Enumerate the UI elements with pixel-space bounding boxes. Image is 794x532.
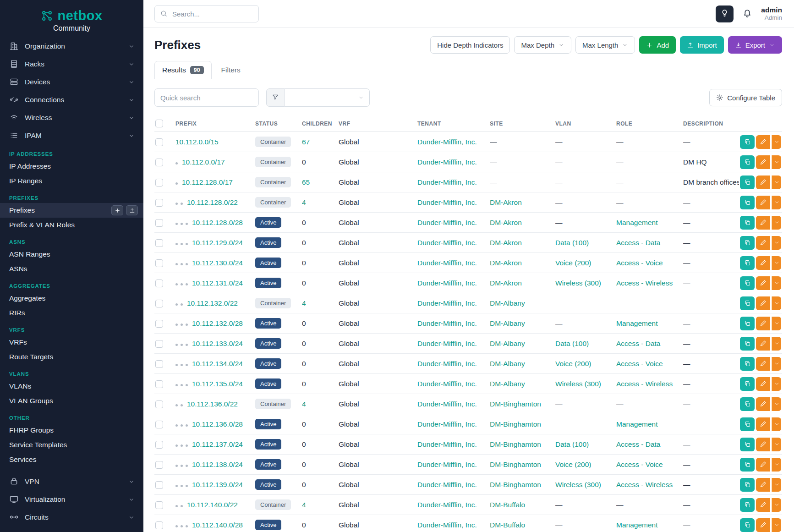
column-header-prefix[interactable]: PREFIX [175, 115, 255, 132]
sidebar-item-ipam[interactable]: IPAM [0, 126, 143, 144]
clone-button[interactable] [740, 438, 755, 451]
site-link[interactable]: DM-Binghamton [490, 475, 555, 495]
edit-dropdown-button[interactable] [772, 135, 781, 149]
role-link[interactable]: Access - Wireless [616, 374, 683, 394]
clone-button[interactable] [740, 478, 755, 492]
sidebar-item-vrfs[interactable]: VRFs [0, 335, 143, 350]
edit-button[interactable] [756, 478, 770, 492]
sidebar-item-vlan-groups[interactable]: VLAN Groups [0, 394, 143, 408]
row-checkbox[interactable] [155, 380, 163, 388]
quick-search-input[interactable] [154, 88, 259, 107]
site-link[interactable]: DM-Akron [490, 192, 555, 213]
theme-toggle-button[interactable] [716, 5, 734, 22]
sidebar-item-vlans[interactable]: VLANs [0, 379, 143, 394]
clone-button[interactable] [740, 357, 755, 371]
vlan-link[interactable]: Data (100) [555, 434, 616, 455]
edit-dropdown-button[interactable] [772, 438, 781, 451]
row-checkbox[interactable] [155, 300, 163, 307]
site-link[interactable]: DM-Albany [490, 293, 555, 313]
column-header-description[interactable]: DESCRIPTION [683, 115, 739, 132]
site-link[interactable]: DM-Buffalo [490, 515, 555, 532]
row-checkbox[interactable] [155, 421, 163, 428]
sidebar-item-connections[interactable]: Connections [0, 91, 143, 109]
site-link[interactable]: DM-Binghamton [490, 455, 555, 475]
clone-button[interactable] [740, 498, 755, 512]
row-checkbox[interactable] [155, 179, 163, 186]
vlan-link[interactable]: Voice (200) [555, 455, 616, 475]
edit-dropdown-button[interactable] [772, 317, 781, 330]
edit-button[interactable] [756, 498, 770, 512]
role-link[interactable]: Access - Voice [616, 253, 683, 273]
prefix-link[interactable]: 10.112.132.0/28 [192, 319, 243, 327]
max-length-dropdown[interactable]: Max Length [575, 36, 635, 54]
sidebar-item-devices[interactable]: Devices [0, 73, 143, 91]
site-link[interactable]: DM-Akron [490, 253, 555, 273]
prefix-link[interactable]: 10.112.132.0/22 [187, 299, 238, 307]
row-checkbox[interactable] [155, 320, 163, 328]
sidebar-item-ip-ranges[interactable]: IP Ranges [0, 174, 143, 188]
edit-dropdown-button[interactable] [772, 377, 781, 391]
add-button[interactable]: Add [639, 36, 676, 54]
tenant-link[interactable]: Dunder-Mifflin, Inc. [417, 501, 477, 509]
role-link[interactable]: Access - Voice [616, 354, 683, 374]
clone-button[interactable] [740, 216, 755, 230]
row-checkbox[interactable] [155, 441, 163, 449]
edit-button[interactable] [756, 276, 770, 290]
clone-button[interactable] [740, 317, 755, 330]
edit-button[interactable] [756, 397, 770, 411]
prefix-link[interactable]: 10.112.0.0/17 [182, 158, 225, 166]
site-link[interactable]: DM-Albany [490, 354, 555, 374]
tenant-link[interactable]: Dunder-Mifflin, Inc. [417, 299, 477, 307]
tenant-link[interactable]: Dunder-Mifflin, Inc. [417, 380, 477, 388]
tenant-link[interactable]: Dunder-Mifflin, Inc. [417, 521, 477, 529]
edit-dropdown-button[interactable] [772, 296, 781, 310]
edit-button[interactable] [756, 236, 770, 250]
column-header-tenant[interactable]: TENANT [417, 115, 490, 132]
edit-dropdown-button[interactable] [772, 478, 781, 492]
vlan-link[interactable]: Data (100) [555, 334, 616, 354]
prefix-link[interactable]: 10.112.138.0/24 [192, 461, 243, 468]
row-checkbox[interactable] [155, 340, 163, 348]
tab-filters[interactable]: Filters [214, 61, 248, 79]
edit-button[interactable] [756, 196, 770, 209]
prefix-link[interactable]: 10.112.140.0/22 [187, 501, 238, 509]
prefix-link[interactable]: 10.112.0.0/15 [175, 138, 219, 146]
sidebar-item-fhrp-groups[interactable]: FHRP Groups [0, 423, 143, 438]
children-count[interactable]: 67 [302, 132, 339, 152]
row-checkbox[interactable] [155, 138, 163, 146]
vlan-link[interactable]: Voice (200) [555, 253, 616, 273]
site-link[interactable]: DM-Binghamton [490, 434, 555, 455]
row-checkbox[interactable] [155, 199, 163, 207]
tab-results[interactable]: Results 90 [154, 61, 212, 79]
sidebar-item-service-templates[interactable]: Service Templates [0, 438, 143, 452]
edit-button[interactable] [756, 458, 770, 472]
tenant-link[interactable]: Dunder-Mifflin, Inc. [417, 440, 477, 448]
role-link[interactable]: Access - Wireless [616, 475, 683, 495]
row-checkbox[interactable] [155, 239, 163, 247]
sidebar-item-route-targets[interactable]: Route Targets [0, 350, 143, 364]
prefix-link[interactable]: 10.112.136.0/28 [192, 420, 243, 428]
sidebar-item-vpn[interactable]: VPN [0, 472, 143, 490]
row-checkbox[interactable] [155, 461, 163, 469]
edit-dropdown-button[interactable] [772, 216, 781, 230]
edit-dropdown-button[interactable] [772, 256, 781, 270]
tenant-link[interactable]: Dunder-Mifflin, Inc. [417, 239, 477, 247]
edit-dropdown-button[interactable] [772, 236, 781, 250]
user-menu[interactable]: admin Admin [761, 6, 782, 22]
column-header-children[interactable]: CHILDREN [302, 115, 339, 132]
site-link[interactable]: DM-Binghamton [490, 394, 555, 414]
hide-depth-indicators-button[interactable]: Hide Depth Indicators [430, 36, 510, 54]
column-header-role[interactable]: ROLE [616, 115, 683, 132]
role-link[interactable]: Management [616, 313, 683, 334]
edit-button[interactable] [756, 296, 770, 310]
row-checkbox[interactable] [155, 400, 163, 408]
sidebar-item-aggregates[interactable]: Aggregates [0, 291, 143, 306]
clone-button[interactable] [740, 155, 755, 169]
sidebar-item-organization[interactable]: Organization [0, 37, 143, 55]
edit-button[interactable] [756, 256, 770, 270]
children-count[interactable]: 65 [302, 172, 339, 192]
row-checkbox[interactable] [155, 219, 163, 227]
children-count[interactable]: 4 [302, 394, 339, 414]
clone-button[interactable] [740, 377, 755, 391]
site-link[interactable]: DM-Binghamton [490, 414, 555, 434]
